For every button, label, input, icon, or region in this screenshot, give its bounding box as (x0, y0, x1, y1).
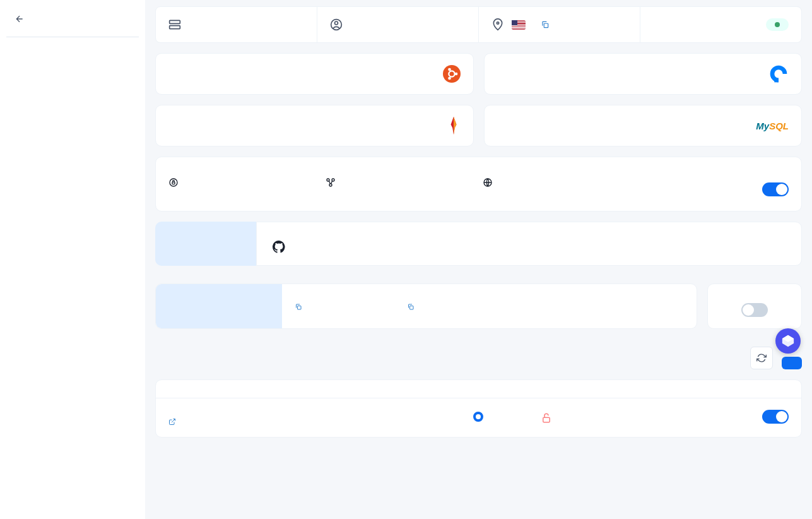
user-icon (330, 18, 343, 31)
help-fab[interactable] (775, 328, 801, 354)
add-domain-button[interactable] (782, 357, 802, 369)
ubuntu-icon (443, 65, 461, 83)
svg-point-19 (329, 184, 332, 186)
primary-domain-block (483, 177, 677, 198)
us-flag-icon (512, 20, 526, 30)
digitalocean-icon (768, 64, 789, 84)
git-provider-block (272, 234, 419, 254)
svg-point-12 (448, 77, 451, 80)
sftp-row (155, 283, 802, 329)
app-name-block (326, 177, 475, 198)
external-link-icon[interactable] (168, 418, 416, 426)
app-icon (326, 177, 336, 188)
server-icon (168, 18, 181, 31)
svg-rect-1 (170, 26, 180, 29)
server-summary-row (155, 6, 802, 43)
ssl-lock-icon (168, 177, 179, 188)
sftp-enabled-toggle[interactable] (741, 303, 768, 317)
sftp-pass-block (537, 298, 633, 314)
provider-card (484, 53, 803, 95)
location-icon (491, 18, 504, 31)
os-card (155, 53, 474, 95)
svg-rect-23 (543, 417, 550, 422)
ssl-block (168, 177, 318, 198)
connected-badge (766, 18, 789, 31)
git-card (155, 222, 802, 266)
sftp-enabled-card (707, 283, 802, 329)
svg-point-5 (335, 21, 338, 25)
owned-by-cell (317, 7, 479, 42)
cloudflare-section-title (6, 42, 139, 55)
primary-domain-radio[interactable] (473, 412, 483, 422)
database-card: MySQL (484, 105, 803, 146)
svg-rect-22 (410, 306, 414, 310)
webserver-card (155, 105, 474, 146)
git-branch-block (639, 234, 786, 254)
main-content: MySQL (145, 0, 812, 519)
git-tab[interactable] (155, 222, 256, 266)
sftp-tab[interactable] (156, 284, 282, 328)
svg-point-6 (497, 22, 498, 24)
application-detail-card (155, 157, 802, 212)
git-repo-block (427, 234, 632, 254)
app-detail-title (156, 157, 801, 175)
svg-point-10 (454, 73, 457, 76)
svg-rect-14 (771, 76, 774, 78)
svg-point-11 (448, 68, 451, 71)
copy-host-icon[interactable] (295, 303, 399, 311)
domain-row (156, 398, 801, 437)
svg-rect-16 (172, 182, 175, 184)
svg-rect-7 (544, 23, 548, 27)
ip-cell (479, 7, 640, 42)
sftp-card (155, 283, 697, 329)
mysql-icon: MySQL (756, 121, 789, 131)
globe-icon (483, 177, 493, 188)
svg-rect-13 (774, 78, 779, 83)
arrow-left-icon (14, 13, 25, 25)
server-name-cell (156, 7, 317, 42)
sftp-user-block (407, 298, 529, 314)
apache-icon (447, 116, 461, 136)
refresh-domains-button[interactable] (750, 347, 773, 369)
app-enabled-block (684, 177, 789, 198)
status-cell (640, 7, 801, 42)
svg-rect-21 (298, 306, 302, 310)
sidebar (0, 0, 145, 519)
svg-rect-0 (170, 20, 180, 23)
svg-point-8 (443, 65, 461, 83)
copy-ip-icon[interactable] (541, 20, 550, 29)
domain-table (155, 379, 802, 438)
info-grid: MySQL (155, 53, 802, 146)
ssl-lock-icon[interactable] (541, 412, 665, 424)
domains-header (155, 347, 802, 369)
app-enabled-toggle[interactable] (762, 182, 789, 196)
sftp-port-block (640, 298, 684, 314)
back-to-applications[interactable] (6, 6, 139, 32)
github-icon (272, 240, 419, 254)
sftp-host-block (295, 298, 399, 314)
copy-user-icon[interactable] (407, 303, 529, 311)
domain-enabled-toggle[interactable] (762, 410, 789, 424)
